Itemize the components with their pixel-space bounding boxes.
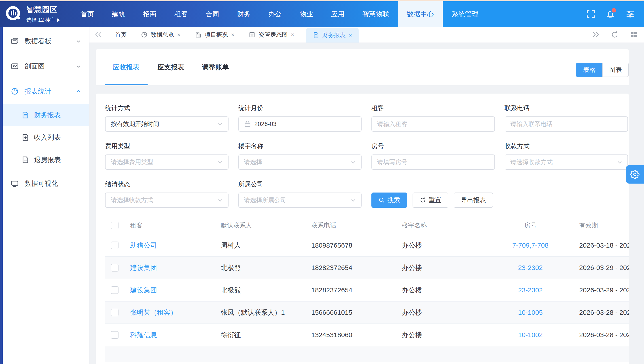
pay-method-select[interactable]: 请选择收款方式 bbox=[505, 154, 628, 170]
sidebar-subitem-income-list[interactable]: 收入列表 bbox=[0, 126, 89, 149]
col-header-contact: 默认联系人 bbox=[221, 217, 311, 234]
select-all-checkbox[interactable] bbox=[111, 222, 118, 229]
building-selector[interactable]: 选择 12 楼宇 bbox=[26, 17, 60, 24]
search-button[interactable]: 搜索 bbox=[372, 193, 407, 208]
reset-button[interactable]: 重置 bbox=[412, 193, 448, 208]
tab-payable-report[interactable]: 应支报表 bbox=[149, 49, 192, 85]
filter-stat-method: 统计方式 按有效期开始时间 bbox=[105, 104, 228, 132]
sliders-icon[interactable] bbox=[626, 10, 634, 19]
page-tab-finance-report[interactable]: 财务报表 × bbox=[306, 28, 359, 43]
collapse-tabs-right-icon[interactable] bbox=[592, 31, 599, 39]
filter-label: 租客 bbox=[372, 104, 495, 112]
toggle-chart-view[interactable]: 图表 bbox=[602, 63, 629, 77]
filter-label: 联系电话 bbox=[505, 104, 628, 112]
sidebar-item-dashboard[interactable]: 数据看板 bbox=[0, 29, 89, 54]
building-icon bbox=[195, 31, 202, 38]
company-select[interactable]: 请选择所属公司 bbox=[238, 193, 362, 208]
close-icon[interactable]: × bbox=[231, 32, 234, 38]
sidebar-subitem-checkout-report[interactable]: 退房报表 bbox=[0, 149, 89, 171]
bell-icon[interactable] bbox=[606, 10, 615, 19]
building-select[interactable]: 请选择 bbox=[238, 154, 362, 170]
phone-cell: 13245318060 bbox=[311, 324, 402, 346]
filter-tenant: 租客 bbox=[372, 104, 495, 132]
nav-item-data-center[interactable]: 数据中心 bbox=[398, 1, 443, 27]
stat-method-select[interactable]: 按有效期开始时间 bbox=[105, 116, 228, 132]
sidebar-item-label: 剖面图 bbox=[24, 62, 45, 71]
settle-status-select[interactable]: 请选择收款方式 bbox=[105, 193, 228, 208]
page-tab-data-overview[interactable]: 数据总览 × bbox=[139, 27, 182, 43]
page-tab-label: 资管房态图 bbox=[258, 31, 288, 39]
room-link[interactable]: 10-1002 bbox=[518, 331, 543, 338]
chevron-down-icon bbox=[217, 159, 223, 165]
settings-fab[interactable] bbox=[626, 165, 644, 184]
row-checkbox[interactable] bbox=[111, 309, 118, 316]
row-checkbox[interactable] bbox=[111, 264, 118, 272]
page-tab-home[interactable]: 首页 bbox=[113, 27, 128, 43]
close-icon[interactable]: × bbox=[349, 32, 352, 38]
fullscreen-icon[interactable] bbox=[586, 10, 595, 19]
nav-item-property[interactable]: 物业 bbox=[291, 1, 322, 27]
page-tab-room-map[interactable]: 资管房态图 × bbox=[247, 27, 296, 43]
chevron-down-icon bbox=[217, 197, 223, 203]
table-header-row: 租客 默认联系人 联系电话 楼宇名称 房号 有效期 bbox=[105, 217, 629, 234]
filter-fee-type: 费用类型 请选择费用类型 bbox=[105, 142, 228, 170]
logo-block[interactable]: 智慧园区 选择 12 楼宇 bbox=[0, 1, 72, 27]
grid-icon[interactable] bbox=[630, 31, 638, 39]
sidebar-subitem-finance-report[interactable]: 财务报表 bbox=[0, 104, 89, 126]
nav-item-tenant[interactable]: 租客 bbox=[166, 1, 197, 27]
filter-label: 统计月份 bbox=[238, 104, 362, 112]
toggle-table-view[interactable]: 表格 bbox=[576, 63, 602, 77]
receivable-table: 租客 默认联系人 联系电话 楼宇名称 房号 有效期 助猎公司 周树人 18098… bbox=[105, 217, 629, 346]
sidebar-item-data-visualization[interactable]: 数据可视化 bbox=[0, 171, 89, 196]
room-link[interactable]: 23-2302 bbox=[518, 286, 543, 294]
close-icon[interactable]: × bbox=[291, 32, 294, 38]
tenant-link[interactable]: 科耀信息 bbox=[130, 331, 157, 338]
nav-item-contract[interactable]: 合同 bbox=[197, 1, 228, 27]
room-link[interactable]: 10-1005 bbox=[518, 309, 543, 316]
filter-company: 所属公司 请选择所属公司 bbox=[238, 180, 362, 208]
sidebar-subitem-label: 财务报表 bbox=[34, 111, 61, 120]
tenant-link[interactable]: 建设集团 bbox=[130, 264, 157, 271]
refresh-icon[interactable] bbox=[611, 31, 618, 39]
fee-type-select[interactable]: 请选择费用类型 bbox=[105, 154, 228, 170]
sidebar-subitem-label: 收入列表 bbox=[34, 133, 61, 142]
tenant-input[interactable] bbox=[377, 121, 489, 128]
tenant-link[interactable]: 助猎公司 bbox=[130, 242, 157, 249]
partial-next-row bbox=[105, 346, 629, 362]
room-input[interactable] bbox=[377, 159, 489, 166]
nav-item-office[interactable]: 办公 bbox=[260, 1, 291, 27]
room-link[interactable]: 23-2302 bbox=[518, 264, 543, 271]
collapse-tabs-left-icon[interactable] bbox=[95, 31, 102, 38]
row-checkbox[interactable] bbox=[111, 286, 118, 294]
table-row: 科耀信息 徐衍征 13245318060 办公楼 10-1002 2026-03… bbox=[105, 324, 629, 346]
room-link[interactable]: 7-709,7-708 bbox=[512, 242, 548, 249]
stat-month-datepicker[interactable]: 2026-03 bbox=[238, 116, 362, 132]
sidebar-item-section-view[interactable]: 剖面图 bbox=[0, 54, 89, 79]
row-checkbox[interactable] bbox=[111, 331, 118, 339]
nav-item-system[interactable]: 系统管理 bbox=[443, 1, 488, 27]
export-report-button[interactable]: 导出报表 bbox=[454, 193, 493, 208]
page-tab-project-overview[interactable]: 项目概况 × bbox=[193, 27, 236, 43]
nav-item-home[interactable]: 首页 bbox=[72, 1, 103, 27]
nav-item-leasing[interactable]: 招商 bbox=[134, 1, 166, 27]
nav-item-finance[interactable]: 财务 bbox=[228, 1, 260, 27]
table-row: 建设集团 北极熊 18282372654 办公楼 23-2302 2026-03… bbox=[105, 257, 629, 279]
close-icon[interactable]: × bbox=[177, 32, 180, 38]
validity-cell: 2026-03-28 - 202 bbox=[571, 324, 629, 346]
building-cell: 办公楼 bbox=[402, 301, 490, 324]
tab-adjustment-bills[interactable]: 调整账单 bbox=[194, 49, 237, 85]
tenant-link[interactable]: 张明某（租客） bbox=[130, 309, 177, 316]
tab-receivable-report[interactable]: 应收报表 bbox=[105, 49, 148, 85]
sidebar-item-report-stats[interactable]: 报表统计 bbox=[0, 79, 89, 104]
phone-input[interactable] bbox=[510, 121, 622, 128]
page-tabbar: 首页 数据总览 × 项目概况 × 资管房态图 × 财务报表 × bbox=[90, 27, 644, 43]
contact-cell: 北极熊 bbox=[221, 257, 311, 279]
filter-actions: 搜索 重置 导出报表 bbox=[372, 180, 628, 208]
row-checkbox[interactable] bbox=[111, 242, 118, 249]
nav-item-iot[interactable]: 智慧物联 bbox=[353, 1, 398, 27]
tenant-link[interactable]: 建设集团 bbox=[130, 286, 157, 294]
building-cell: 办公楼 bbox=[402, 257, 490, 279]
nav-item-apps[interactable]: 应用 bbox=[322, 1, 353, 27]
nav-item-building[interactable]: 建筑 bbox=[103, 1, 134, 27]
main-nav: 首页 建筑 招商 租客 合同 财务 办公 物业 应用 智慧物联 数据中心 系统管… bbox=[72, 1, 488, 27]
